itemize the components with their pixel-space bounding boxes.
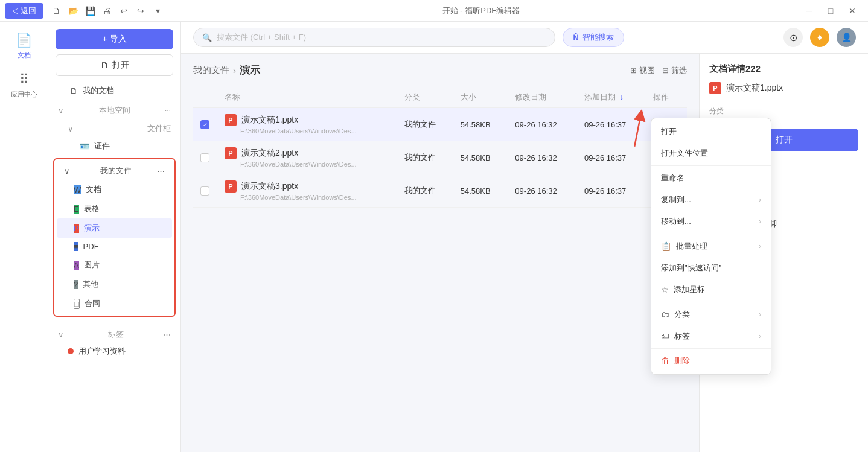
- nav-sub-item-contract[interactable]: □ 合同: [57, 294, 172, 313]
- back-button[interactable]: ◁ 返回: [5, 3, 43, 19]
- camera-icon: ⊙: [790, 32, 797, 43]
- undo-icon[interactable]: ↩: [117, 4, 130, 18]
- open-icon[interactable]: 📂: [66, 4, 80, 18]
- nav-item-certificate[interactable]: 🪪 证件: [51, 136, 178, 156]
- cm-label-move-to: 移动到...: [661, 216, 691, 227]
- tags-header[interactable]: ∨ 标签 ⋯: [48, 324, 180, 342]
- sidebar: 📄 文档 ⠿ 应用中心: [0, 22, 48, 452]
- nav-sub-item-ppt[interactable]: P 演示: [57, 218, 172, 238]
- file-icon-ppt-3: P: [225, 180, 237, 193]
- file-table: 名称 分类 大小 修改日期 添加日期 ↓ 操作 ✓: [193, 87, 687, 208]
- breadcrumb: 我的文件 › 演示 ⊞ 视图 ⊟ 筛选: [193, 63, 687, 77]
- view-button[interactable]: ⊞ 视图: [630, 65, 655, 76]
- row-checkbox-3[interactable]: [193, 174, 217, 208]
- camera-button[interactable]: ⊙: [783, 28, 803, 47]
- search-placeholder: 搜索文件 (Ctrl + Shift + F): [217, 32, 306, 43]
- open-button[interactable]: 🗋 打开: [56, 54, 173, 76]
- sidebar-label-apps: 应用中心: [11, 90, 37, 99]
- cm-label-tag: 标签: [674, 331, 690, 342]
- certificate-icon: 🪪: [80, 142, 89, 151]
- cm-item-delete[interactable]: 🗑 删除: [651, 350, 771, 372]
- my-files-label: 我的文件: [100, 165, 132, 176]
- nav-sub-item-sheet[interactable]: E 表格: [57, 199, 172, 218]
- ai-search-button[interactable]: N̂ 智能搜索: [563, 28, 624, 47]
- dropdown-icon[interactable]: ▾: [151, 4, 164, 18]
- nav-sub-item-img[interactable]: A 图片: [57, 255, 172, 275]
- my-docs-icon: 🗋: [70, 86, 78, 95]
- nav-sub-item-doc[interactable]: W 文档: [57, 180, 172, 199]
- cm-divider-3: [651, 302, 771, 302]
- filter-button[interactable]: ⊟ 筛选: [662, 65, 687, 76]
- tags-more-icon[interactable]: ⋯: [163, 330, 171, 339]
- rp-category-label: 分类: [709, 106, 858, 116]
- open-icon-small: 🗋: [100, 60, 109, 70]
- nav-sub-item-pdf[interactable]: ≡ PDF: [57, 238, 172, 255]
- file-name-text-1: 演示文稿1.pptx: [241, 115, 298, 126]
- search-box[interactable]: 🔍 搜索文件 (Ctrl + Shift + F): [193, 28, 555, 47]
- view-label: 视图: [639, 65, 655, 76]
- nav-sub-label-doc: 文档: [86, 184, 101, 195]
- star-button[interactable]: ♦: [810, 28, 829, 47]
- cm-label-rename: 重命名: [661, 173, 685, 183]
- window-controls: ─ □ ✕: [798, 0, 863, 22]
- file-path-1: F:\360MoveData\Users\Windows\Des...: [225, 127, 390, 135]
- apps-icon: ⠿: [19, 72, 29, 88]
- list-toolbar: ⊞ 视图 ⊟ 筛选: [630, 65, 687, 76]
- cm-item-classify[interactable]: 🗂 分类 ›: [651, 304, 771, 325]
- close-button[interactable]: ✕: [841, 0, 863, 22]
- my-files-more-icon[interactable]: ⋯: [157, 167, 165, 176]
- tag-item-study[interactable]: 用户学习资料: [48, 342, 180, 360]
- breadcrumb-sep: ›: [233, 65, 236, 75]
- row-name-2: P 演示文稿2.pptx F:\360MoveData\Users\Window…: [217, 141, 397, 174]
- file-cabinet-label: 文件柜: [147, 123, 171, 134]
- maximize-button[interactable]: □: [820, 0, 841, 22]
- context-menu: 打开 打开文件位置 重命名 复制到... › 移动到... › 📋 批量处理 ›…: [651, 118, 771, 375]
- th-name: 名称: [217, 87, 397, 108]
- redo-icon[interactable]: ↪: [134, 4, 147, 18]
- nav-sub-label-img: 图片: [84, 259, 100, 270]
- cm-item-add-star[interactable]: ☆ 添加星标: [651, 279, 771, 301]
- other-type-icon: ?: [74, 280, 78, 289]
- cm-item-open-location[interactable]: 打开文件位置: [651, 142, 771, 164]
- user-avatar[interactable]: 👤: [837, 28, 856, 47]
- cm-item-move-to[interactable]: 移动到... ›: [651, 211, 771, 232]
- import-button[interactable]: + 导入: [56, 29, 173, 49]
- print-icon[interactable]: 🖨: [100, 4, 113, 18]
- checkbox-empty-2[interactable]: [200, 153, 209, 162]
- minimize-button[interactable]: ─: [798, 0, 820, 22]
- checkbox-empty-3[interactable]: [200, 186, 209, 196]
- row-checkbox-1[interactable]: ✓: [193, 108, 217, 141]
- cm-item-quick-access[interactable]: 添加到"快速访问": [651, 257, 771, 279]
- file-name-cell-2: P 演示文稿2.pptx F:\360MoveData\Users\Window…: [225, 147, 390, 168]
- my-files-header[interactable]: ∨ 我的文件 ⋯: [54, 162, 174, 180]
- file-name-text-3: 演示文稿3.pptx: [241, 181, 298, 192]
- rp-title: 文档详情222: [709, 63, 858, 75]
- nav-item-my-docs[interactable]: 🗋 我的文档: [51, 81, 178, 100]
- checkbox-checked-1[interactable]: ✓: [200, 120, 209, 129]
- sidebar-item-apps[interactable]: ⠿ 应用中心: [0, 66, 48, 105]
- cm-item-rename[interactable]: 重命名: [651, 167, 771, 189]
- cm-item-batch-process[interactable]: 📋 批量处理 ›: [651, 235, 771, 257]
- cm-item-open[interactable]: 打开: [651, 121, 771, 142]
- cm-item-tag[interactable]: 🏷 标签 ›: [651, 325, 771, 347]
- save-icon[interactable]: 💾: [83, 4, 97, 18]
- new-file-icon[interactable]: 🗋: [49, 4, 63, 18]
- nav-sub-item-other[interactable]: ? 其他: [57, 275, 172, 294]
- contract-type-icon: □: [74, 299, 80, 309]
- ppt-type-icon: P: [74, 224, 79, 233]
- breadcrumb-root[interactable]: 我的文件: [193, 65, 229, 76]
- file-cabinet-section[interactable]: ∨ 文件柜: [48, 118, 180, 136]
- cm-delete-icon: 🗑: [661, 356, 669, 366]
- file-path-2: F:\360MoveData\Users\Windows\Des...: [225, 161, 390, 168]
- row-added-1: 09-26 16:37: [577, 108, 646, 141]
- row-checkbox-2[interactable]: [193, 141, 217, 174]
- document-icon: 📄: [16, 33, 32, 48]
- row-category-2: 我的文件: [397, 141, 453, 174]
- local-space-section[interactable]: ∨ 本地空间 ⋯: [48, 100, 180, 118]
- row-added-2: 09-26 16:37: [577, 141, 646, 174]
- cm-item-copy-to[interactable]: 复制到... ›: [651, 189, 771, 211]
- row-size-1: 54.58KB: [453, 108, 508, 141]
- file-path-3: F:\360MoveData\Users\Windows\Des...: [225, 194, 390, 201]
- sidebar-item-document[interactable]: 📄 文档: [0, 27, 48, 66]
- cm-label-classify: 分类: [674, 309, 690, 320]
